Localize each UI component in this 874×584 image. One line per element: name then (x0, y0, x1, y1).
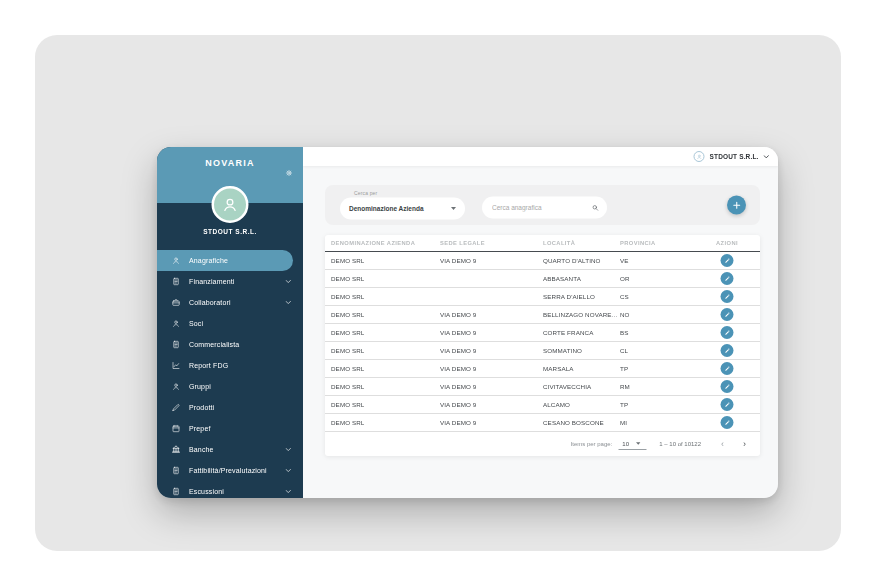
sidebar-item-fattibilit-prevalutazioni[interactable]: Fattibilità/Prevalutazioni (157, 460, 303, 481)
cell-denominazione: DEMO SRL (331, 293, 440, 300)
chevron-left-icon: ‹ (721, 439, 724, 449)
sidebar-item-finanziamenti[interactable]: Finanziamenti (157, 271, 303, 292)
table-body: DEMO SRLVIA DEMO 9QUARTO D'ALTINOVEDEMO … (325, 252, 760, 432)
pencil-icon (724, 257, 731, 264)
chevron-down-icon (286, 448, 292, 452)
gear-icon[interactable] (285, 169, 293, 177)
cell-provincia: VE (620, 257, 700, 264)
edit-button[interactable] (721, 272, 734, 285)
table-row: DEMO SRLVIA DEMO 9MARSALATP (325, 360, 760, 378)
sidebar-item-label: Prepef (189, 425, 211, 433)
items-per-page-label: Items per page: (571, 441, 613, 448)
pencil-icon (724, 401, 731, 408)
cell-denominazione: DEMO SRL (331, 347, 440, 354)
sidebar-menu: AnagraficheFinanziamentiCollaboratoriSoc… (157, 250, 303, 498)
sidebar-item-gruppi[interactable]: Gruppi (157, 376, 303, 397)
cell-sede-legale: VIA DEMO 9 (440, 347, 543, 354)
table-row: DEMO SRLVIA DEMO 9CORTE FRANCABS (325, 324, 760, 342)
edit-button[interactable] (721, 254, 734, 267)
column-header-sede-legale: SEDE LEGALE (440, 240, 543, 246)
calendar-icon (171, 424, 181, 434)
filter-select[interactable]: Denominazione Azienda (340, 198, 465, 220)
sidebar-item-label: Gruppi (189, 383, 211, 391)
cell-localita: BELLINZAGO NOVARESE (543, 311, 620, 318)
page-range-label: 1 – 10 of 10122 (659, 441, 701, 448)
dropdown-arrow-icon (636, 442, 641, 445)
edit-button[interactable] (721, 416, 734, 429)
previous-page-button[interactable]: ‹ (718, 439, 727, 450)
edit-button[interactable] (721, 362, 734, 375)
bank-icon (171, 445, 181, 455)
edit-button[interactable] (721, 398, 734, 411)
search-icon[interactable] (592, 204, 600, 212)
cell-localita: QUARTO D'ALTINO (543, 257, 620, 264)
user-icon (171, 256, 181, 266)
cell-sede-legale: VIA DEMO 9 (440, 401, 543, 408)
table-card: DENOMINAZIONE AZIENDASEDE LEGALELOCALITÀ… (325, 235, 760, 456)
add-record-button[interactable] (727, 196, 746, 215)
filter-label: Cerca per (354, 191, 465, 197)
sidebar-item-anagrafiche[interactable]: Anagrafiche (157, 250, 293, 271)
chevron-down-icon (764, 155, 770, 159)
sidebar-item-label: Anagrafiche (189, 257, 228, 265)
cell-localita: SOMMATINO (543, 347, 620, 354)
edit-button[interactable] (721, 290, 734, 303)
cell-denominazione: DEMO SRL (331, 257, 440, 264)
paginator: Items per page: 10 1 – 10 of 10122 ‹ (325, 432, 760, 456)
document-icon (171, 487, 181, 497)
cell-localita: ALCAMO (543, 401, 620, 408)
cell-localita: CIVITAVECCHIA (543, 383, 620, 390)
search-box (482, 197, 607, 219)
sidebar-item-prodotti[interactable]: Prodotti (157, 397, 303, 418)
sidebar-item-soci[interactable]: Soci (157, 313, 303, 334)
briefcase-icon (171, 298, 181, 308)
cell-provincia: MI (620, 419, 700, 426)
chevron-down-icon (286, 301, 292, 305)
plus-icon (732, 201, 741, 210)
sidebar-item-label: Banche (189, 446, 214, 454)
cell-provincia: NO (620, 311, 700, 318)
edit-button[interactable] (721, 308, 734, 321)
edit-button[interactable] (721, 380, 734, 393)
sidebar-item-label: Prodotti (189, 404, 214, 412)
sidebar-item-collaboratori[interactable]: Collaboratori (157, 292, 303, 313)
sidebar-item-banche[interactable]: Banche (157, 439, 303, 460)
brand-title: NOVARIA (157, 147, 303, 169)
cell-provincia: CL (620, 347, 700, 354)
user-icon (694, 151, 705, 162)
search-input[interactable] (492, 204, 592, 212)
table-row: DEMO SRLVIA DEMO 9CESANO BOSCONEMI (325, 414, 760, 432)
edit-button[interactable] (721, 326, 734, 339)
column-header-provincia: PROVINCIA (620, 240, 700, 246)
edit-button[interactable] (721, 344, 734, 357)
dropdown-arrow-icon (451, 207, 456, 210)
app-window: NOVARIA STD (157, 147, 778, 498)
account-label: STDOUT S.R.L. (710, 153, 759, 161)
topbar: STDOUT S.R.L. (303, 147, 778, 166)
sidebar-item-commercialista[interactable]: Commercialista (157, 334, 303, 355)
sidebar-item-report-fdg[interactable]: Report FDG (157, 355, 303, 376)
cell-localita: CORTE FRANCA (543, 329, 620, 336)
cell-sede-legale: VIA DEMO 9 (440, 311, 543, 318)
pencil-icon (724, 275, 731, 282)
account-menu[interactable]: STDOUT S.R.L. (694, 151, 769, 162)
cell-sede-legale: VIA DEMO 9 (440, 383, 543, 390)
next-page-button[interactable]: › (740, 439, 749, 450)
search-toolbar: Cerca per Denominazione Azienda (325, 185, 760, 225)
cell-provincia: BS (620, 329, 700, 336)
chevron-down-icon (286, 469, 292, 473)
table-row: DEMO SRLVIA DEMO 9QUARTO D'ALTINOVE (325, 252, 760, 270)
cell-provincia: RM (620, 383, 700, 390)
pencil-icon (724, 365, 731, 372)
user-icon (171, 319, 181, 329)
cell-sede-legale: VIA DEMO 9 (440, 419, 543, 426)
pencil-icon (724, 311, 731, 318)
sidebar-item-escussioni[interactable]: Escussioni (157, 481, 303, 498)
items-per-page-select[interactable]: 10 (618, 438, 646, 450)
user-icon (171, 382, 181, 392)
pencil-icon (724, 329, 731, 336)
cell-denominazione: DEMO SRL (331, 275, 440, 282)
document-icon (171, 277, 181, 287)
sidebar-item-prepef[interactable]: Prepef (157, 418, 303, 439)
cell-provincia: CS (620, 293, 700, 300)
